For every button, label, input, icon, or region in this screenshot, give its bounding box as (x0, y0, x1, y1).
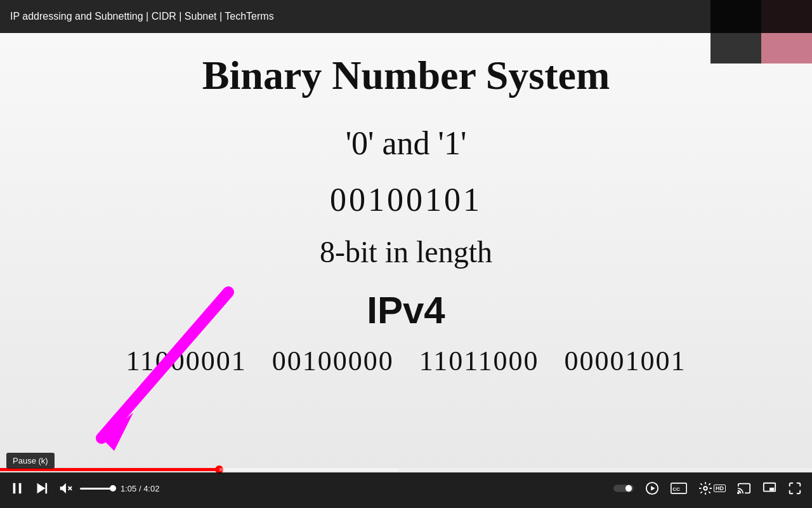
volume-slider[interactable] (80, 488, 113, 490)
autoplay-toggle[interactable] (611, 480, 636, 497)
svg-marker-12 (651, 486, 655, 490)
skip-next-icon (34, 481, 48, 495)
pause-button[interactable] (8, 479, 27, 498)
ipv4-title: IPv4 (367, 288, 445, 332)
mute-button[interactable] (56, 479, 75, 498)
svg-marker-4 (37, 483, 46, 494)
autoplay-toggle-icon (613, 483, 634, 494)
progress-buffer (219, 468, 398, 471)
autoplay-next-button[interactable] (643, 479, 662, 498)
cc-button[interactable]: CC (668, 479, 690, 498)
svg-marker-6 (60, 483, 66, 494)
bit-length-text: 8-bit in length (320, 234, 492, 269)
video-container: IP addressing and Subnetting | CIDR | Su… (0, 0, 812, 508)
cast-icon (737, 481, 751, 495)
title-bar-text: IP addressing and Subnetting | CIDR | Su… (10, 11, 274, 22)
pause-tooltip: Pause (k) (6, 453, 55, 469)
progress-bar[interactable] (0, 468, 812, 471)
binary-example: 00100101 (330, 181, 482, 218)
zero-one-text: '0' and '1' (346, 124, 467, 162)
mute-icon (58, 481, 72, 495)
controls-row: 1:05 / 4:02 (0, 472, 812, 504)
autoplay-next-icon (645, 481, 659, 495)
cast-button[interactable] (735, 479, 754, 498)
svg-text:CC: CC (672, 486, 680, 492)
arrow-svg (51, 279, 254, 470)
settings-icon (698, 481, 712, 495)
settings-button[interactable]: HD (696, 479, 728, 498)
pause-icon (10, 481, 24, 495)
miniplayer-icon (763, 481, 776, 495)
right-controls: CC HD (611, 479, 804, 498)
svg-rect-5 (45, 483, 47, 494)
main-title: Binary Number System (202, 52, 610, 99)
octet-3: 11011000 (419, 345, 539, 377)
svg-rect-2 (13, 483, 16, 494)
volume-area (80, 488, 113, 490)
svg-point-15 (704, 486, 707, 490)
svg-line-0 (102, 292, 228, 438)
time-display: 1:05 / 4:02 (121, 484, 159, 493)
octet-2: 00100000 (272, 345, 394, 377)
controls-bar: 1:05 / 4:02 (0, 472, 812, 508)
fullscreen-icon (788, 481, 802, 495)
arrow-annotation (51, 279, 254, 472)
svg-point-16 (737, 492, 740, 495)
cc-icon: CC (671, 481, 687, 495)
volume-dot (110, 485, 116, 491)
octet-4: 00001001 (565, 345, 686, 377)
title-bar: IP addressing and Subnetting | CIDR | Su… (0, 0, 812, 33)
hd-badge: HD (714, 485, 726, 492)
fullscreen-button[interactable] (785, 479, 804, 498)
svg-rect-3 (19, 483, 22, 494)
svg-rect-18 (769, 488, 774, 491)
skip-next-button[interactable] (32, 479, 51, 498)
svg-point-10 (625, 485, 632, 491)
miniplayer-button[interactable] (760, 479, 779, 498)
